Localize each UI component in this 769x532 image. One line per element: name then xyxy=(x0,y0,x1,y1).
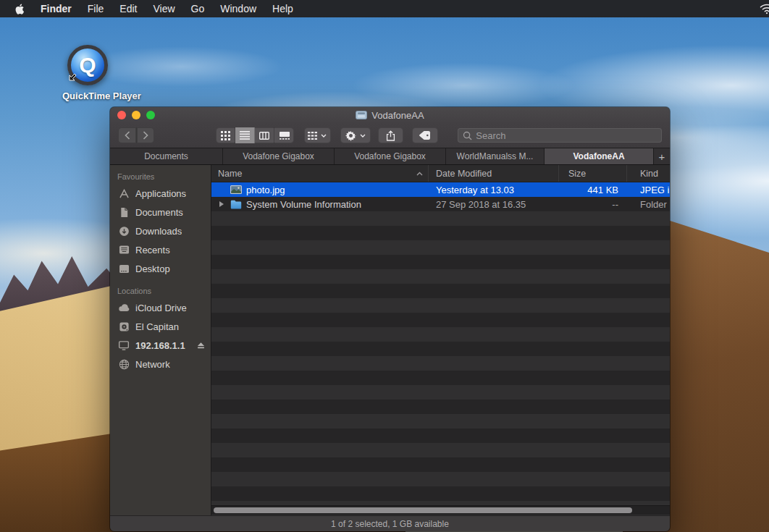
action-menu-button[interactable] xyxy=(340,127,371,143)
share-button[interactable] xyxy=(378,127,404,143)
coverflow-view-icon xyxy=(280,132,290,140)
documents-icon xyxy=(117,207,130,218)
image-file-icon xyxy=(230,185,242,194)
plus-icon: + xyxy=(659,151,665,163)
tab-documents[interactable]: Documents xyxy=(110,148,223,164)
forward-button[interactable] xyxy=(136,127,154,143)
desktop-icon-label: QuickTime Player xyxy=(62,90,113,101)
tab-bar: Documents Vodafone Gigabox Vodafone Giga… xyxy=(110,148,670,165)
downloads-icon xyxy=(117,226,130,237)
file-name: photo.jpg xyxy=(246,185,285,195)
list-column-headers: Name Date Modified Size Kind xyxy=(211,165,670,182)
applications-icon xyxy=(117,189,130,198)
list-view-icon xyxy=(240,131,250,140)
desktop-icon xyxy=(117,264,130,274)
menu-item-file[interactable]: File xyxy=(80,0,112,17)
chevron-left-icon xyxy=(125,131,130,140)
back-button[interactable] xyxy=(118,127,136,143)
eject-icon[interactable] xyxy=(197,342,205,349)
sidebar-item-icloud-drive[interactable]: iCloud Drive xyxy=(110,298,211,317)
sidebar-item-downloads[interactable]: Downloads xyxy=(110,221,211,240)
sidebar-item-el-capitan[interactable]: El Capitan xyxy=(110,317,211,336)
alternating-row-stripes xyxy=(211,211,670,515)
sort-ascending-icon xyxy=(416,172,423,176)
window-title: VodafoneAA xyxy=(110,107,670,123)
icloud-icon xyxy=(117,303,130,312)
group-by-icon xyxy=(308,132,317,140)
wifi-status-icon[interactable] xyxy=(760,4,769,14)
file-date-modified: Yesterday at 13.03 xyxy=(429,185,559,195)
recents-icon xyxy=(117,245,130,255)
share-icon xyxy=(386,130,395,141)
sidebar-item-network[interactable]: Network xyxy=(110,355,211,373)
chevron-down-icon xyxy=(321,134,327,138)
column-header-size[interactable]: Size xyxy=(559,165,627,182)
file-list-area: Name Date Modified Size Kind photo.jpg xyxy=(211,165,670,515)
coverflow-view-button[interactable] xyxy=(274,127,294,143)
removable-disk-icon xyxy=(356,111,367,119)
file-kind: Folder xyxy=(627,199,670,210)
sidebar-section-locations: Locations xyxy=(110,284,211,298)
file-row-system-volume-information[interactable]: System Volume Information 27 Sep 2018 at… xyxy=(211,197,670,211)
column-view-button[interactable] xyxy=(255,127,274,143)
column-header-date-modified[interactable]: Date Modified xyxy=(429,165,559,182)
status-bar: 1 of 2 selected, 1 GB available xyxy=(110,515,670,531)
file-date-modified: 27 Sep 2018 at 16.35 xyxy=(429,199,559,210)
file-name: System Volume Information xyxy=(246,199,361,210)
toolbar xyxy=(110,123,670,148)
tag-button[interactable] xyxy=(412,127,438,143)
network-globe-icon xyxy=(117,359,130,370)
finder-window: VodafoneAA xyxy=(110,107,670,531)
file-size: 441 KB xyxy=(559,185,627,195)
quicktime-icon: Q xyxy=(67,45,108,85)
folder-icon xyxy=(230,200,242,209)
window-content: Favourites Applications Documents Downlo… xyxy=(110,165,670,515)
gear-icon xyxy=(345,130,356,141)
disclosure-triangle-icon[interactable] xyxy=(218,201,225,207)
tab-vodafone-gigabox-2[interactable]: Vodafone Gigabox xyxy=(335,148,446,164)
menu-item-view[interactable]: View xyxy=(145,0,182,17)
sidebar-item-server-192-168-1-1[interactable]: 192.168.1.1 xyxy=(110,336,211,355)
sidebar-item-desktop[interactable]: Desktop xyxy=(110,259,211,278)
server-display-icon xyxy=(117,340,130,350)
file-rows: photo.jpg Yesterday at 13.03 441 KB JPEG… xyxy=(211,182,670,515)
title-bar[interactable]: VodafoneAA xyxy=(110,107,670,123)
menu-item-finder[interactable]: Finder xyxy=(33,0,80,17)
menu-item-help[interactable]: Help xyxy=(264,0,301,17)
file-size: -- xyxy=(559,199,627,210)
tab-vodafone-gigabox-1[interactable]: Vodafone Gigabox xyxy=(223,148,335,164)
grid-view-icon xyxy=(221,131,230,140)
sidebar-item-applications[interactable]: Applications xyxy=(110,184,211,203)
sidebar-item-recents[interactable]: Recents xyxy=(110,240,211,259)
icon-view-button[interactable] xyxy=(216,127,235,143)
search-input[interactable] xyxy=(476,130,657,141)
list-view-button[interactable] xyxy=(235,127,255,143)
column-header-kind[interactable]: Kind xyxy=(627,165,670,182)
column-header-name[interactable]: Name xyxy=(211,165,429,182)
chevron-right-icon xyxy=(143,131,148,140)
menu-item-edit[interactable]: Edit xyxy=(112,0,145,17)
status-text: 1 of 2 selected, 1 GB available xyxy=(331,519,449,529)
search-field[interactable] xyxy=(458,128,662,143)
sidebar: Favourites Applications Documents Downlo… xyxy=(110,165,211,515)
navigation-buttons xyxy=(118,127,154,143)
apple-menu[interactable] xyxy=(0,3,33,15)
menu-item-window[interactable]: Window xyxy=(212,0,264,17)
menu-item-go[interactable]: Go xyxy=(183,0,213,17)
column-view-icon xyxy=(259,132,269,140)
desktop: Finder File Edit View Go Window Help Q Q… xyxy=(0,0,769,532)
desktop-icon-quicktime[interactable]: Q QuickTime Player xyxy=(62,45,113,101)
scrollbar-thumb[interactable] xyxy=(214,507,632,513)
alias-arrow-icon xyxy=(68,72,77,85)
sidebar-item-documents[interactable]: Documents xyxy=(110,203,211,221)
group-by-button[interactable] xyxy=(304,127,331,143)
chevron-down-icon xyxy=(360,134,366,138)
menu-bar: Finder File Edit View Go Window Help xyxy=(0,0,769,17)
new-tab-button[interactable]: + xyxy=(654,148,670,164)
view-mode-segmented-control xyxy=(216,127,294,143)
tab-worldmanualss[interactable]: WorldManualss M... xyxy=(446,148,545,164)
file-row-photo-jpg[interactable]: photo.jpg Yesterday at 13.03 441 KB JPEG… xyxy=(211,182,670,197)
tag-icon xyxy=(419,131,431,140)
tab-vodafoneaa-active[interactable]: VodafoneAA xyxy=(545,148,654,164)
horizontal-scrollbar[interactable] xyxy=(211,505,670,515)
